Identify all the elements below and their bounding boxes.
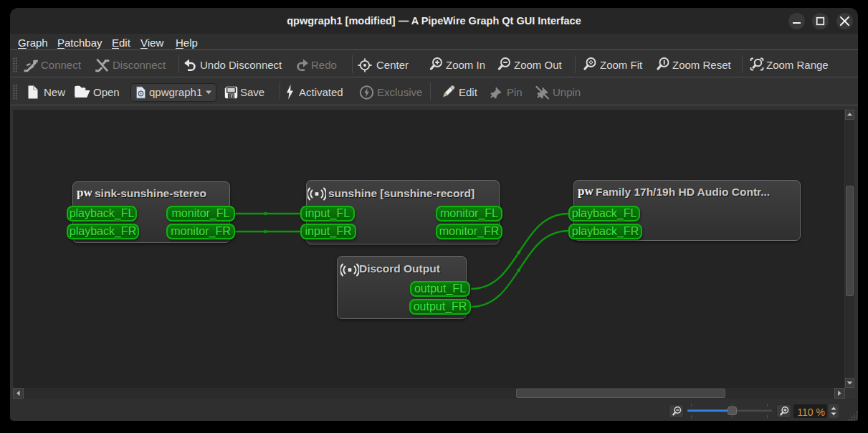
svg-text:pw: pw [578, 184, 593, 198]
svg-text:pw: pw [77, 186, 92, 199]
